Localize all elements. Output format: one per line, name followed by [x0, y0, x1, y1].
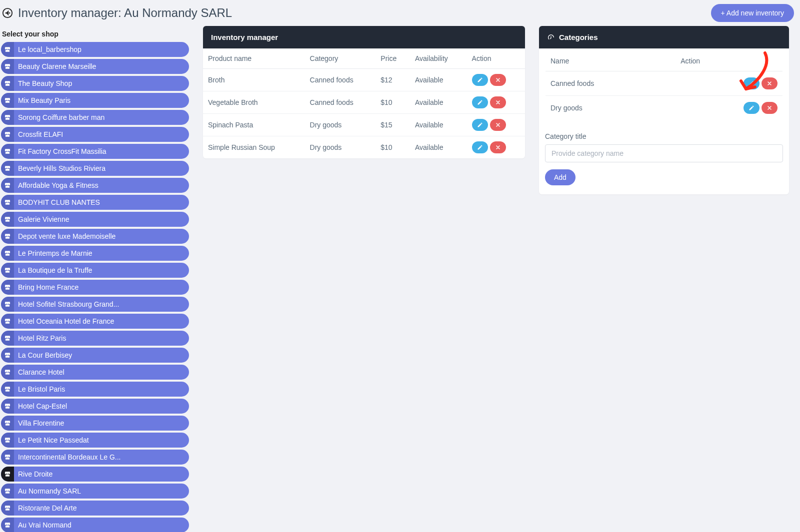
sidebar-item-shop[interactable]: Beverly Hills Studios Riviera [1, 161, 189, 176]
shop-icon [1, 161, 14, 176]
cell-action [467, 91, 525, 114]
shop-icon [1, 416, 14, 431]
cell-product-name: Vegetable Broth [203, 91, 305, 114]
delete-button[interactable] [762, 77, 778, 89]
sidebar-item-label: Fit Factory CrossFit Massilia [14, 147, 106, 155]
shop-icon [1, 331, 14, 346]
inventory-panel: Inventory manager Product name Category … [203, 26, 525, 158]
edit-button[interactable] [744, 102, 760, 114]
page-title: Inventory manager: Au Normandy SARL [18, 6, 711, 20]
col-cat-name: Name [546, 51, 676, 71]
sidebar-item-label: Le Bristol Paris [14, 385, 65, 393]
cell-action [467, 69, 525, 91]
inventory-panel-header: Inventory manager [203, 26, 525, 48]
cell-product-name: Simple Russian Soup [203, 136, 305, 159]
table-row: Dry goods [546, 96, 783, 120]
sidebar-item-shop[interactable]: Sorong Coiffure barber man [1, 110, 189, 125]
delete-button[interactable] [490, 74, 506, 86]
sidebar-item-shop[interactable]: Mix Beauty Paris [1, 93, 189, 108]
sidebar-item-shop[interactable]: The Beauty Shop [1, 76, 189, 91]
sidebar-item-label: Villa Florentine [14, 419, 64, 427]
shop-sidebar: Select your shop Le local_barbershopBeau… [1, 26, 189, 532]
sidebar-item-shop[interactable]: Fit Factory CrossFit Massilia [1, 144, 189, 159]
sidebar-item-shop[interactable]: Clarance Hotel [1, 365, 189, 380]
shop-list: Le local_barbershopBeauty Clarene Marsei… [1, 42, 189, 532]
shop-icon [1, 76, 14, 91]
shop-icon [1, 433, 14, 448]
add-category-button[interactable]: Add [545, 169, 576, 185]
shop-icon [1, 195, 14, 210]
shop-icon [1, 280, 14, 295]
shop-icon [1, 212, 14, 227]
col-category: Category [305, 48, 376, 69]
sidebar-label: Select your shop [2, 30, 189, 38]
sidebar-item-shop[interactable]: Affordable Yoga & Fitness [1, 178, 189, 193]
category-name-input[interactable] [545, 144, 783, 162]
sidebar-item-shop[interactable]: Galerie Vivienne [1, 212, 189, 227]
cell-product-name: Broth [203, 69, 305, 91]
delete-button[interactable] [490, 119, 506, 131]
sidebar-item-label: Sorong Coiffure barber man [14, 113, 104, 121]
sidebar-item-shop[interactable]: Le local_barbershop [1, 42, 189, 57]
page-header: Inventory manager: Au Normandy SARL + Ad… [0, 0, 800, 26]
sidebar-item-shop[interactable]: Hotel Oceania Hotel de France [1, 314, 189, 329]
back-icon[interactable] [2, 7, 13, 18]
cell-cat-action [676, 71, 782, 96]
sidebar-item-shop[interactable]: Hotel Sofitel Strasbourg Grand... [1, 297, 189, 312]
edit-button[interactable] [472, 119, 488, 131]
sidebar-item-label: BODYHIT CLUB NANTES [14, 198, 100, 206]
sidebar-item-shop[interactable]: Au Normandy SARL [1, 484, 189, 499]
shop-icon [1, 399, 14, 414]
table-row: Simple Russian SoupDry goods$10Available [203, 136, 525, 159]
shop-icon [1, 263, 14, 278]
cell-price: $10 [376, 136, 410, 159]
sidebar-item-shop[interactable]: Le Bristol Paris [1, 382, 189, 397]
cell-action [467, 114, 525, 136]
shop-icon [1, 144, 14, 159]
delete-button[interactable] [490, 141, 506, 153]
sidebar-item-shop[interactable]: Ristorante Del Arte [1, 501, 189, 516]
shop-icon [1, 501, 14, 516]
cell-cat-name: Canned foods [546, 71, 676, 96]
gauge-icon [547, 33, 555, 41]
shop-icon [1, 484, 14, 499]
cell-category: Dry goods [305, 136, 376, 159]
sidebar-item-label: Bring Home France [14, 283, 78, 291]
shop-icon [1, 110, 14, 125]
sidebar-item-shop[interactable]: Intercontinental Bordeaux Le G... [1, 450, 189, 465]
sidebar-item-shop[interactable]: Crossfit ELAFI [1, 127, 189, 142]
sidebar-item-label: Ristorante Del Arte [14, 504, 77, 512]
sidebar-item-label: Le Printemps de Marnie [14, 249, 92, 257]
sidebar-item-shop[interactable]: Le Printemps de Marnie [1, 246, 189, 261]
sidebar-item-shop[interactable]: La Cour Berbisey [1, 348, 189, 363]
sidebar-item-shop[interactable]: Depot vente luxe Mademoiselle [1, 229, 189, 244]
sidebar-item-shop[interactable]: Au Vrai Normand [1, 518, 189, 532]
edit-button[interactable] [744, 77, 760, 89]
edit-button[interactable] [472, 96, 488, 108]
sidebar-item-shop[interactable]: BODYHIT CLUB NANTES [1, 195, 189, 210]
sidebar-item-label: Le local_barbershop [14, 45, 82, 53]
category-form: Category title Add [539, 132, 789, 185]
shop-icon [1, 348, 14, 363]
sidebar-item-shop[interactable]: Hotel Cap-Estel [1, 399, 189, 414]
sidebar-item-shop[interactable]: Le Petit Nice Passedat [1, 433, 189, 448]
sidebar-item-label: Au Normandy SARL [14, 487, 81, 495]
edit-button[interactable] [472, 141, 488, 153]
sidebar-item-shop[interactable]: La Boutique de la Truffe [1, 263, 189, 278]
add-inventory-button[interactable]: + Add new inventory [711, 4, 794, 22]
delete-button[interactable] [490, 96, 506, 108]
sidebar-item-label: Clarance Hotel [14, 368, 64, 376]
delete-button[interactable] [762, 102, 778, 114]
sidebar-item-shop[interactable]: Villa Florentine [1, 416, 189, 431]
sidebar-item-shop[interactable]: Rive Droite [1, 467, 189, 482]
sidebar-item-label: La Boutique de la Truffe [14, 266, 92, 274]
sidebar-item-shop[interactable]: Beauty Clarene Marseille [1, 59, 189, 74]
edit-button[interactable] [472, 74, 488, 86]
sidebar-item-shop[interactable]: Bring Home France [1, 280, 189, 295]
cell-action [467, 136, 525, 159]
sidebar-item-label: Beverly Hills Studios Riviera [14, 164, 106, 172]
sidebar-item-label: Mix Beauty Paris [14, 96, 70, 104]
sidebar-item-shop[interactable]: Hotel Ritz Paris [1, 331, 189, 346]
shop-icon [1, 178, 14, 193]
shop-icon [1, 246, 14, 261]
